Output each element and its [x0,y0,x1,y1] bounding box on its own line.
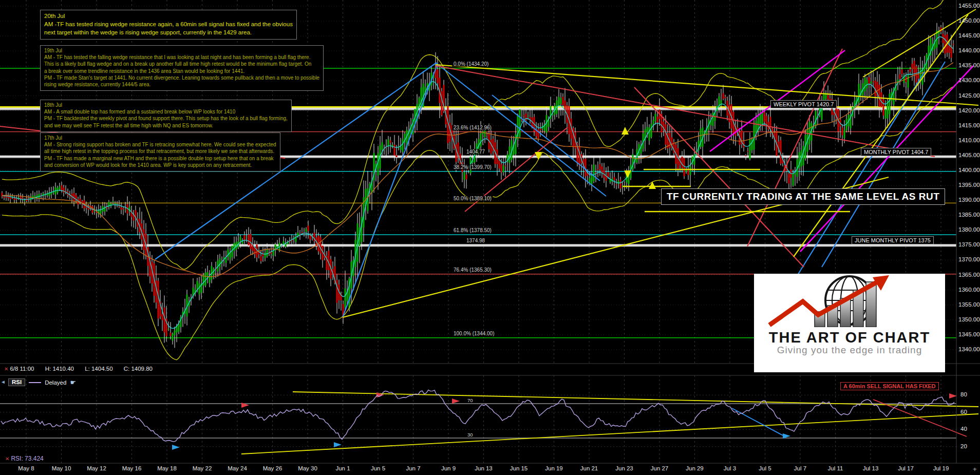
note-line: AM -TF has tested rising wedge resistanc… [44,20,293,28]
date-axis-label: May 30 [291,465,324,471]
pivot-label[interactable]: WEEKLY PIVOT 1420.7 [770,100,837,108]
note-box-17th-jul[interactable]: 17th JulAM - Strong rising support has b… [40,132,280,172]
fib-level-label[interactable]: 61.8% (1378.50) [452,227,493,233]
logo-tagline: Giving you the edge in trading [754,345,945,356]
date-axis-label: May 8 [10,465,43,471]
note-line: AM - Strong rising support has broken an… [44,141,276,148]
note-line: AM - TF has tested the falling wedge res… [44,54,319,61]
date-axis-label: Jun 15 [502,465,535,471]
status-close: C: 1409.80 [124,366,153,372]
note-box-18th-jul[interactable]: 18th JulAM - A small double top has form… [40,100,292,132]
date-axis-label: Jul 19 [925,465,957,471]
note-date: 17th Jul [44,135,276,141]
note-date: 19th Jul [44,47,319,54]
price-axis-label: 1360.00 [958,287,980,293]
price-axis-label: 1420.00 [958,107,980,113]
status-low: L: 1404.50 [85,366,112,372]
price-axis-label: 1380.00 [958,226,980,233]
price-mark-label[interactable]: 1374.98 [465,238,486,243]
fib-level-label[interactable]: 100.0% (1344.00) [452,331,496,336]
price-axis-label: 1405.00 [958,152,980,158]
rsi-axis-label: 20 [960,443,967,449]
sell-signal-label[interactable]: A 60min SELL SIGNAL HAS FIXED [840,382,939,390]
price-axis-label: 1355.00 [958,301,980,308]
date-axis-label: Jul 17 [890,465,922,471]
rsi-line-swatch [29,382,41,383]
note-line: next target within the wedge is rising w… [44,28,293,36]
date-axis-label: Jun 9 [432,465,465,471]
price-axis-label: 1350.00 [958,316,980,322]
rsi-readout-label: RSI: [11,455,23,462]
date-axis-label: Jun 27 [643,465,676,471]
date-axis-label: Jul 5 [749,465,782,471]
status-time: 6/8 11:00 [10,366,34,372]
note-line: a break over some trendline resistance i… [44,68,319,74]
date-axis-label: Jul 3 [713,465,746,471]
price-mark-label[interactable]: 1404.77 [465,149,486,155]
price-axis-label: 1450.00 [958,17,980,24]
date-axis-label: Jun 1 [327,465,360,471]
date-axis-label: May 26 [256,465,289,471]
pivot-label[interactable]: JUNE MONTHLY PIVOT 1375 [852,236,934,244]
rsi-oversold-label: 30 [466,432,474,438]
date-axis-label: May 16 [116,465,148,471]
price-axis-label: 1375.00 [958,241,980,248]
fib-level-label[interactable]: 23.6% (1412.96) [452,125,493,130]
rsi-overbought-label: 70 [466,397,474,403]
trading-chart-window: 20th JulAM -TF has tested rising wedge r… [0,0,980,475]
price-axis-label: 1435.00 [958,62,980,68]
note-line: and we may well see TF retest the all ti… [44,122,288,129]
note-date: 20th Jul [44,12,293,20]
note-box-19th-jul[interactable]: 19th JulAM - TF has tested the falling w… [40,45,324,91]
pivot-label[interactable]: MONTHLY PIVOT 1404.7 [861,148,931,156]
rsi-marker-icon: ✕ [5,456,9,462]
date-axis-label: Jun 21 [573,465,606,471]
note-date: 18th Jul [44,102,288,108]
note-box-20th-jul[interactable]: 20th JulAM -TF has tested rising wedge r… [40,10,297,40]
rsi-readout: ✕RSI: 73.424 [5,455,44,462]
note-line: AM - A small double top has formed and a… [44,108,288,115]
note-line: and conversion of WP would look for the … [44,162,276,168]
fib-level-label[interactable]: 0.0% (1434.20) [452,61,490,67]
fib-level-label[interactable]: 76.4% (1365.30) [452,267,493,273]
plus-icon[interactable]: + [973,465,977,473]
fib-level-label[interactable]: 50.0% (1389.10) [452,196,493,201]
ohlc-status-bar: ✕6/8 11:00 H: 1410.40 L: 1404.50 C: 1409… [4,366,162,372]
price-axis-label: 1340.00 [958,346,980,352]
note-line: PM - TF has made a marginal new ATH and … [44,155,276,162]
rsi-axis-label: 60 [960,409,967,415]
note-line: rising wedge resistance, currently 1444/… [44,81,319,88]
date-axis-label: Jun 19 [538,465,571,471]
rsi-legend: RSI Delayed ☛ [8,378,76,386]
date-axis-label: Jun 23 [608,465,641,471]
rsi-legend-label: Delayed [45,379,66,386]
price-axis-label: 1395.00 [958,182,980,188]
rsi-study-tab[interactable]: RSI [8,378,25,386]
price-axis-label: 1425.00 [958,92,980,99]
date-axis-label: May 18 [150,465,183,471]
price-axis-label: 1365.00 [958,272,980,278]
date-axis-label: Jun 5 [362,465,394,471]
price-axis-label: 1345.00 [958,331,980,337]
date-axis-label: May 10 [45,465,78,471]
pane-collapse-icon[interactable]: ◄ [1,379,6,385]
date-axis-label: May 24 [221,465,254,471]
status-high: H: 1410.40 [45,366,74,372]
art-of-chart-logo: THE ART OF CHART Giving you the edge in … [754,274,945,372]
price-axis-label: 1440.00 [958,47,980,53]
date-axis-label: Jul 13 [854,465,887,471]
fib-level-label[interactable]: 38.2% (1399.70) [452,164,493,170]
price-axis-label: 1400.00 [958,167,980,173]
rsi-readout-value: 73.424 [25,455,44,462]
hand-cursor-icon[interactable]: ☛ [70,378,76,386]
logo-graphic [754,274,945,327]
price-axis-label: 1415.00 [958,122,980,128]
price-axis-label: 1445.00 [958,32,980,39]
logo-title: THE ART OF CHART [754,330,945,345]
price-axis-label: 1455.00 [958,3,980,9]
rut-comparison-callout[interactable]: TF CURRENTLY TRADING AT THE SAME LEVEL A… [661,188,945,205]
date-axis-label: May 12 [80,465,113,471]
crosshair-marker-icon: ✕ [4,366,8,372]
price-axis-label: 1390.00 [958,197,980,203]
rsi-axis-label: 40 [960,426,967,432]
